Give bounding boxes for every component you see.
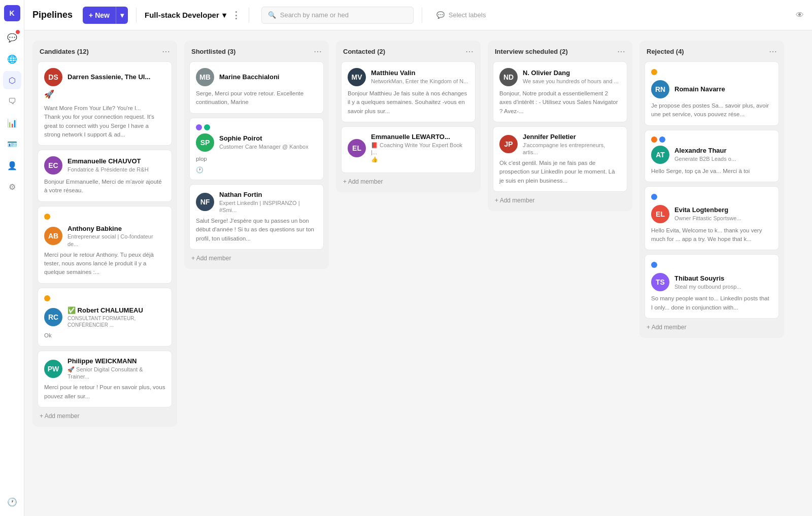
card-anthony[interactable]: AB Anthony Babkine Entrepreneur social |… (38, 206, 172, 284)
column-shortlisted: Shortlisted (3) ⋯ MB Marine Bacchialoni … (184, 41, 329, 269)
avatar-matthieu: MV (348, 68, 366, 86)
search-icon: 🔍 (268, 11, 276, 19)
logo-text: K (9, 9, 14, 17)
card-romain-message: Je propose des postes Sa... savoir plus,… (651, 101, 772, 119)
sidebar-item-chat[interactable]: 🗨 (3, 92, 21, 111)
sidebar-item-avatar[interactable]: 👤 (3, 156, 21, 175)
sidebar: K 💬 🌐 ⬡ 🗨 📊 🪪 👤 ⚙ 🕐 (0, 0, 24, 516)
column-candidates: Candidates (12) ⋯ DS Darren Sassienie, T… (32, 41, 177, 427)
new-button[interactable]: + New ▾ (83, 7, 128, 24)
column-shortlisted-more[interactable]: ⋯ (314, 47, 322, 56)
new-button-chevron[interactable]: ▾ (116, 7, 128, 24)
tag-dot-orange (651, 136, 657, 143)
avatar-romain: RN (651, 80, 669, 98)
avatar-darren: DS (44, 68, 62, 86)
avatar-evita: EL (651, 205, 669, 223)
topbar: Pipelines + New ▾ Full-stack Developer ▾… (24, 0, 812, 30)
add-member-contacted[interactable]: + Add member (336, 173, 481, 192)
card-philippe[interactable]: PW Philippe WEICKMANN 🚀 Senior Digital C… (38, 351, 172, 407)
card-jennifer-name: Jennifer Pelletier (523, 133, 621, 142)
tag-dot-blue-evita (651, 194, 657, 200)
avatar-sophie: SP (196, 133, 214, 152)
card-olivier[interactable]: ND N. Olivier Dang We save you hundreds … (493, 61, 627, 122)
column-rejected-more[interactable]: ⋯ (769, 47, 777, 56)
card-alexandre-subtitle: Generate B2B Leads o... (674, 155, 736, 162)
pipeline-icon: ⬡ (9, 76, 16, 85)
notification-badge (15, 29, 20, 35)
add-member-rejected[interactable]: + Add member (639, 319, 784, 338)
card-anthony-message: Merci pour le retour Anthony. Tu peux dé… (44, 251, 165, 277)
card-robert[interactable]: RC ✅ Robert CHALUMEAU CONSULTANT FORMATE… (38, 288, 172, 347)
new-button-main[interactable]: + New (83, 7, 116, 24)
add-member-interview[interactable]: + Add member (488, 192, 632, 211)
column-contacted-more[interactable]: ⋯ (465, 47, 473, 56)
column-interview-cards: ND N. Olivier Dang We save you hundreds … (488, 61, 632, 192)
card-olivier-name: N. Olivier Dang (523, 69, 619, 78)
card-jennifer[interactable]: JP Jennifer Pelletier J'accompagne les e… (493, 126, 627, 192)
avatar-philippe: PW (44, 360, 62, 378)
card-matthieu-name: Matthieu Valin (371, 69, 468, 78)
column-contacted-title: Contacted (2) (343, 48, 385, 55)
card-nathan-message: Salut Serge! J'espère que tu passes un b… (196, 217, 317, 243)
sidebar-item-globe[interactable]: 🌐 (3, 50, 21, 68)
avatar-emmanuelle-l: EL (348, 139, 366, 157)
labels-text: Select labels (449, 11, 486, 19)
sidebar-item-card[interactable]: 🪪 (3, 135, 21, 153)
card-nathan[interactable]: NF Nathan Fortin Expert LinkedIn | INSPI… (189, 184, 324, 250)
column-shortlisted-cards: MB Marine Bacchialoni Serge, Merci pour … (184, 61, 329, 250)
table-icon: 📊 (7, 118, 17, 128)
card-thibaut-name: Thibaut Souyris (674, 274, 741, 283)
tag-dot-blue-thibaut (651, 262, 657, 268)
eye-icon[interactable]: 👁 (796, 11, 804, 20)
card-romain[interactable]: RN Romain Navarre Je propose des postes … (645, 61, 779, 126)
topbar-divider-3 (422, 8, 422, 23)
sidebar-item-table[interactable]: 📊 (3, 114, 21, 132)
column-rejected: Rejected (4) ⋯ RN Romain Navarre Je prop… (639, 41, 784, 338)
app-logo[interactable]: K (4, 5, 20, 21)
sidebar-item-messages[interactable]: 💬 (3, 28, 21, 47)
card-olivier-message: Bonjour, Notre produit a essentiellement… (499, 89, 621, 116)
card-robert-name: ✅ Robert CHALUMEAU (67, 306, 165, 315)
topbar-divider (136, 8, 137, 23)
labels-selector[interactable]: 💬 Select labels (430, 7, 492, 24)
card-sophie[interactable]: SP Sophie Poirot Customer Care Manager @… (189, 118, 324, 180)
tag-dot-blue (659, 136, 665, 143)
avatar-olivier: ND (499, 68, 518, 86)
card-matthieu[interactable]: MV Matthieu Valin NetworkMan, Enter the … (341, 61, 476, 122)
card-robert-message: Ok (44, 331, 165, 340)
card-emmanuelle-c[interactable]: EC Emmanuelle CHAUVOT Fondatrice & Prési… (38, 150, 172, 202)
add-member-shortlisted[interactable]: + Add member (184, 250, 329, 269)
card-sophie-subtitle: Customer Care Manager @ Kanbox (219, 143, 309, 150)
card-thibaut-subtitle: Steal my outbound prosp... (674, 283, 741, 290)
card-philippe-message: Merci pour le retour ! Pour en savoir pl… (44, 383, 165, 401)
card-anthony-name: Anthony Babkine (67, 225, 165, 233)
card-evita[interactable]: EL Evita Logtenberg Owner Fittastic Spor… (645, 186, 779, 251)
sidebar-item-settings[interactable]: ⚙ (3, 178, 21, 196)
messages-icon: 💬 (7, 33, 17, 43)
plus-icon: + (89, 11, 93, 19)
avatar-alexandre: AT (651, 146, 669, 164)
column-interview-more[interactable]: ⋯ (617, 47, 625, 56)
search-box[interactable]: 🔍 Search by name or hed (261, 7, 414, 24)
add-member-candidates[interactable]: + Add member (32, 407, 177, 427)
column-candidates-more[interactable]: ⋯ (162, 47, 170, 56)
pipeline-more-icon[interactable]: ⋮ (231, 10, 241, 21)
card-alexandre[interactable]: AT Alexandre Thaur Generate B2B Leads o.… (645, 130, 779, 182)
card-darren[interactable]: DS Darren Sassienie, The UI... 🚀 Want Mo… (38, 61, 172, 146)
kanban-board: Candidates (12) ⋯ DS Darren Sassienie, T… (24, 30, 812, 516)
card-marine[interactable]: MB Marine Bacchialoni Serge, Merci pour … (189, 61, 324, 114)
avatar-emmanuelle-c: EC (44, 156, 62, 175)
pipeline-selector[interactable]: Full-stack Developer ▾ ⋮ (145, 10, 241, 21)
card-emmanuelle-l[interactable]: EL Emmanuelle LEWARTO... 📕 Coaching Writ… (341, 126, 476, 173)
column-rejected-title: Rejected (4) (647, 48, 684, 55)
avatar-icon: 👤 (7, 161, 17, 170)
page-title: Pipelines (32, 10, 73, 20)
card-thibaut[interactable]: TS Thibaut Souyris Steal my outbound pro… (645, 254, 779, 319)
card-anthony-subtitle: Entrepreneur social | Co-fondateur de... (67, 233, 165, 248)
card-sophie-footer: 🕐 (196, 166, 317, 174)
sidebar-item-pipeline[interactable]: ⬡ (3, 71, 21, 89)
card-olivier-subtitle: We save you hundreds of hours and ... (523, 78, 619, 85)
sidebar-item-clock[interactable]: 🕐 (3, 493, 21, 511)
rocket-icon: 🚀 (44, 89, 54, 99)
tag-dot-purple (196, 124, 202, 130)
